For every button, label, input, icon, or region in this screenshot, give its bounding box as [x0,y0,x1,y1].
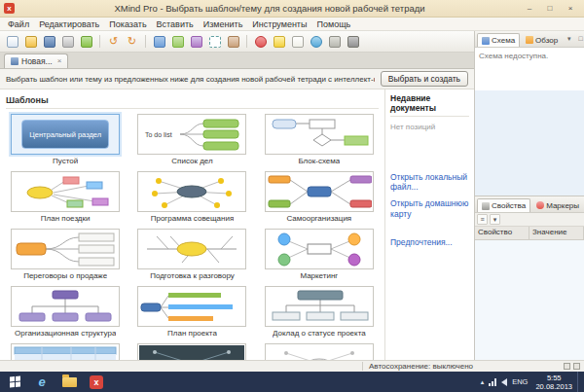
menu-insert[interactable]: Вставить [152,19,199,29]
template-thumbnail [265,114,374,155]
menu-edit[interactable]: Редактировать [34,19,104,29]
tab-close-icon[interactable]: × [55,57,62,65]
xmind-app-icon: x [4,3,15,14]
pane-menu-icon[interactable]: ▾ [564,34,574,45]
new-workbook-page: Выбрать шаблон или тему из предложенных … [0,69,474,360]
template-card-self-organization[interactable]: Самоорганизация [260,171,379,223]
template-card-conversation-prep[interactable]: Подготовка к разговору [132,229,251,280]
undo-icon[interactable]: ↺ [105,33,122,50]
attachment-icon[interactable] [326,33,343,50]
template-card-travel-plan[interactable]: План поездки [6,171,125,223]
template-prompt: Выбрать шаблон или тему из предложенных … [6,75,375,84]
template-card-project-plan[interactable]: План проекта [132,286,251,338]
new-workbook-icon[interactable] [4,33,20,50]
tray-expand-icon[interactable]: ▴ [481,378,485,386]
sort-icon[interactable]: ≡ [477,214,488,225]
taskbar-xmind[interactable]: x [84,373,109,391]
template-caption: Доклад о статусе проекта [273,329,366,338]
template-card-row5-map[interactable] [260,343,379,360]
template-card-todo-list[interactable]: To do list Список дел [132,114,251,165]
template-thumbnail [11,286,120,327]
template-thumbnail [11,229,120,269]
template-thumbnail: Центральный раздел [11,114,120,155]
toolbar-separator [99,35,100,48]
outline-message: Схема недоступна. [475,48,584,196]
menu-modify[interactable]: Изменить [199,19,248,29]
template-card-project-status[interactable]: Доклад о статусе проекта [260,286,379,338]
value-column-header: Значение [529,227,584,239]
tab-properties[interactable]: Свойства [477,198,530,212]
filter-icon[interactable]: ▾ [490,214,500,225]
tab-markers[interactable]: Маркеры [531,198,584,212]
save-icon[interactable] [41,33,57,50]
template-caption: План поездки [41,214,91,223]
template-card-org-chart[interactable]: Организационная структура [6,286,125,338]
open-home-map-link[interactable]: Открыть домашнюю карту [390,198,469,218]
template-thumbnail [137,229,246,269]
network-icon[interactable] [489,378,496,386]
property-column-header: Свойство [475,227,529,239]
taskbar-internet-explorer[interactable]: e [29,373,55,391]
tab-overview[interactable]: Обзор [521,33,563,47]
pane-minimize-icon[interactable]: □ [575,34,584,45]
notes-icon[interactable] [289,33,306,50]
taskbar-file-explorer[interactable] [56,373,82,391]
redo-icon[interactable]: ↻ [124,33,140,50]
insert-topic-icon[interactable] [151,33,167,50]
minimize-button[interactable]: – [520,2,539,16]
central-topic-box: Центральный раздел [21,120,109,149]
template-thumbnail [11,343,120,360]
show-desktop-button[interactable] [577,372,582,392]
open-local-file-link[interactable]: Открыть локальный файл... [390,172,469,192]
tab-new-workbook[interactable]: Новая... × [4,53,68,68]
preferences-link[interactable]: Предпочтения... [390,237,469,247]
clock-date: 20.08.2013 [535,382,572,391]
status-toggle-icon[interactable] [573,363,580,370]
template-card-flowchart[interactable]: Блок-схема [260,114,379,165]
xmind-window: x XMind Pro - Выбрать шаблон/тему для со… [0,0,584,392]
volume-icon[interactable] [501,378,507,386]
marker-icon[interactable] [252,33,269,50]
xmind-taskbar-icon: x [90,375,103,389]
template-card-blank[interactable]: Центральный раздел Пустой [6,114,125,165]
template-card-marketing[interactable]: Маркетинг [260,229,379,280]
start-button[interactable] [2,373,27,391]
hyperlink-icon[interactable] [308,33,324,50]
menu-file[interactable]: Файл [3,19,34,29]
menu-help[interactable]: Помощь [311,19,355,29]
menu-view[interactable]: Показать [104,19,151,29]
relationship-icon[interactable] [188,33,204,50]
maximize-button[interactable]: □ [540,2,560,16]
insert-subtopic-icon[interactable] [169,33,186,50]
template-caption: Список дел [171,157,212,165]
boundary-icon[interactable] [206,33,223,50]
properties-table-header: Свойство Значение [475,227,584,240]
overview-icon [526,36,533,44]
template-card-row5-start-meeting[interactable]: Start Meeting [132,343,251,360]
choose-and-create-button[interactable]: Выбрать и создать [381,71,468,87]
windows-taskbar: e x ▴ ENG 5:55 20.08.2013 [0,372,584,392]
templates-section-title: Шаблоны [6,93,379,109]
open-icon[interactable] [22,33,39,50]
template-card-meeting-agenda[interactable]: Программа совещания [132,171,251,223]
close-button[interactable]: × [561,2,580,16]
template-card-row5-spreadsheet[interactable] [6,343,125,360]
tab-outline[interactable]: Схема [477,33,520,47]
outline-pane: Схема Обзор ▾ □ Схема недоступна. [475,31,584,196]
template-caption: Блок-схема [298,157,340,165]
properties-icon [482,202,490,210]
status-toggle-icon[interactable] [564,363,570,370]
summary-icon[interactable] [225,33,241,50]
menu-tools[interactable]: Инструменты [247,19,311,29]
print-icon[interactable] [59,33,76,50]
language-indicator[interactable]: ENG [512,377,528,386]
editor-tabbar: Новая... × [0,53,474,69]
recent-documents-panel: Недавние документы Нет позиций Открыть л… [384,89,474,360]
audio-notes-icon[interactable] [345,33,361,50]
label-icon[interactable] [271,33,287,50]
taskbar-clock[interactable]: 5:55 20.08.2013 [532,374,575,391]
template-prompt-band: Выбрать шаблон или тему из предложенных … [0,69,474,89]
ie-icon: e [38,375,45,388]
share-icon[interactable] [78,33,94,50]
template-card-sales-negotiation[interactable]: Переговоры о продаже [6,229,125,280]
